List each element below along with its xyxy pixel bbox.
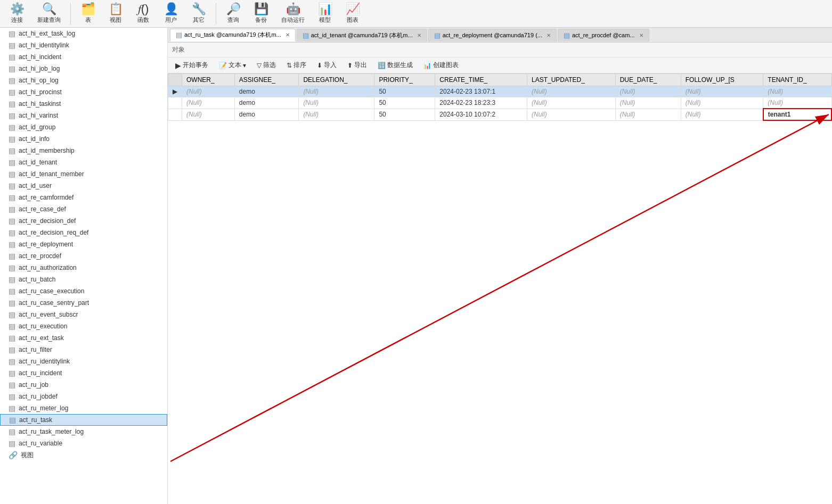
table-row[interactable]: (Null)demo(Null)502024-02-23 18:23:3(Nul…: [168, 97, 832, 109]
sidebar-item-act_ru_task_meter_log[interactable]: ▤act_ru_task_meter_log: [0, 426, 167, 437]
col-header-DELEGATION: DELEGATION_: [299, 74, 374, 86]
sidebar-item-act_id_user[interactable]: ▤act_id_user: [0, 180, 167, 192]
function-icon: 𝑓(): [138, 3, 149, 15]
content-area: ▤act_ru_task @camunda719 (本机m...✕▤act_id…: [168, 28, 832, 504]
table-icon: ▤: [9, 252, 15, 260]
table-icon: ▤: [9, 263, 15, 272]
export-button[interactable]: ⬆ 导出: [343, 60, 371, 71]
tab-table-icon: ▤: [176, 31, 182, 39]
sidebar-item-act_ru_authorization[interactable]: ▤act_ru_authorization: [0, 262, 167, 274]
view-button[interactable]: 📋 视图: [103, 1, 128, 26]
create-chart-icon: 📊: [423, 62, 431, 69]
sidebar-item-act_hi_ext_task_log[interactable]: ▤act_hi_ext_task_log: [0, 28, 167, 39]
sidebar-item-act_ru_event_subscr[interactable]: ▤act_ru_event_subscr: [0, 309, 167, 320]
start-event-label: 开始事务: [183, 61, 208, 70]
sidebar-item-act_ru_ext_task[interactable]: ▤act_ru_ext_task: [0, 332, 167, 344]
model-button[interactable]: 📊 模型: [312, 1, 338, 26]
table-icon: ▤: [9, 357, 15, 366]
sidebar-item-act_ru_execution[interactable]: ▤act_ru_execution: [0, 320, 167, 332]
sidebar-item-act_re_camformdef[interactable]: ▤act_re_camformdef: [0, 192, 167, 203]
sidebar-item-act_id_tenant_member[interactable]: ▤act_id_tenant_member: [0, 168, 167, 180]
sidebar-item-act_ru_variable[interactable]: ▤act_ru_variable: [0, 437, 167, 449]
sidebar-item-act_ru_incident[interactable]: ▤act_ru_incident: [0, 367, 167, 379]
table-icon: ▤: [9, 53, 15, 61]
table-button[interactable]: 🗂️ 表: [75, 1, 101, 26]
tab-tab3[interactable]: ▤act_re_deployment @camunda719 (...✕: [428, 29, 557, 42]
table-icon: ▤: [9, 100, 15, 108]
generate-data-icon: 🔢: [378, 62, 386, 69]
new-query-button[interactable]: 🔍 新建查询: [32, 1, 66, 26]
text-button[interactable]: 📝 文本 ▾: [215, 60, 250, 71]
tab-close-icon[interactable]: ✕: [639, 32, 643, 38]
sidebar-item-act_ru_case_sentry_part[interactable]: ▤act_ru_case_sentry_part: [0, 297, 167, 309]
sidebar-item-act_hi_job_log[interactable]: ▤act_hi_job_log: [0, 63, 167, 75]
auto-run-label: 自动运行: [281, 16, 305, 24]
col-header-PRIORITY: PRIORITY_: [374, 74, 435, 86]
sidebar-item-act_re_decision_req_def[interactable]: ▤act_re_decision_req_def: [0, 227, 167, 238]
filter-button[interactable]: ▽ 筛选: [252, 60, 280, 71]
view-label: 视图: [110, 16, 121, 24]
import-button[interactable]: ⬇ 导入: [313, 60, 341, 71]
sidebar-footer-view[interactable]: 🔗视图: [0, 449, 167, 461]
cell-owner: (Null): [182, 109, 235, 120]
table-icon: ▤: [9, 111, 15, 120]
sidebar-item-act_ru_meter_log[interactable]: ▤act_ru_meter_log: [0, 402, 167, 414]
sidebar-item-act_hi_op_log[interactable]: ▤act_hi_op_log: [0, 75, 167, 86]
col-header-ASSIGNEE: ASSIGNEE_: [234, 74, 299, 86]
cell-assignee: demo: [234, 109, 299, 120]
table-icon: ▤: [9, 88, 15, 96]
auto-run-button[interactable]: 🤖 自动运行: [276, 1, 310, 26]
sidebar-item-act_id_group[interactable]: ▤act_id_group: [0, 121, 167, 133]
sidebar-item-act_ru_job[interactable]: ▤act_ru_job: [0, 379, 167, 391]
other-icon: 🔧: [192, 3, 206, 15]
sidebar-item-act_ru_identitylink[interactable]: ▤act_ru_identitylink: [0, 356, 167, 367]
sidebar-item-act_id_membership[interactable]: ▤act_id_membership: [0, 145, 167, 156]
sidebar-item-act_ru_task[interactable]: ▤act_ru_task: [0, 414, 167, 426]
tab-close-icon[interactable]: ✕: [286, 32, 290, 38]
generate-data-button[interactable]: 🔢 数据生成: [373, 60, 417, 71]
connect-button[interactable]: ⚙️ 连接: [4, 1, 30, 26]
sidebar-item-act_ru_batch[interactable]: ▤act_ru_batch: [0, 274, 167, 285]
table-icon: ▤: [9, 287, 15, 295]
create-chart-button[interactable]: 📊 创建图表: [419, 60, 463, 71]
cell-create_time: 2024-03-10 10:07:2: [435, 109, 527, 120]
import-icon: ⬇: [317, 62, 322, 69]
sidebar-item-act_ru_case_execution[interactable]: ▤act_ru_case_execution: [0, 285, 167, 297]
tab-tab1[interactable]: ▤act_ru_task @camunda719 (本机m...✕: [170, 29, 296, 42]
tab-tab2[interactable]: ▤act_id_tenant @camunda719 (本机m...✕: [297, 29, 427, 42]
tab-close-icon[interactable]: ✕: [417, 32, 421, 38]
start-event-button[interactable]: ▶ 开始事务: [171, 60, 213, 71]
sidebar-item-act_ru_filter[interactable]: ▤act_ru_filter: [0, 344, 167, 356]
table-icon: ▤: [9, 369, 15, 377]
table-icon: ▤: [9, 322, 15, 331]
table-row[interactable]: (Null)demo(Null)502024-03-10 10:07:2(Nul…: [168, 109, 832, 120]
table-row[interactable]: ▶(Null)demo(Null)502024-02-23 13:07:1(Nu…: [168, 86, 832, 97]
sidebar-item-act_hi_procinst[interactable]: ▤act_hi_procinst: [0, 86, 167, 98]
sidebar-item-act_re_deployment[interactable]: ▤act_re_deployment: [0, 238, 167, 250]
sidebar-item-act_hi_varinst[interactable]: ▤act_hi_varinst: [0, 110, 167, 121]
sidebar-item-act_re_procdef[interactable]: ▤act_re_procdef: [0, 250, 167, 262]
sidebar-item-act_id_info[interactable]: ▤act_id_info: [0, 133, 167, 145]
sidebar-item-act_hi_identitylink[interactable]: ▤act_hi_identitylink: [0, 39, 167, 51]
sidebar-item-act_re_case_def[interactable]: ▤act_re_case_def: [0, 203, 167, 215]
tab-table-icon: ▤: [303, 31, 309, 39]
backup-button[interactable]: 💾 备份: [248, 1, 274, 26]
cell-owner: (Null): [182, 97, 235, 109]
sidebar-item-act_hi_taskinst[interactable]: ▤act_hi_taskinst: [0, 98, 167, 110]
tab-label: act_re_deployment @camunda719 (...: [443, 32, 542, 38]
table-icon: ▤: [9, 123, 15, 131]
sidebar-item-act_hi_incident[interactable]: ▤act_hi_incident: [0, 51, 167, 63]
sidebar-item-act_re_decision_def[interactable]: ▤act_re_decision_def: [0, 215, 167, 227]
sidebar-item-act_id_tenant[interactable]: ▤act_id_tenant: [0, 156, 167, 168]
chart-button[interactable]: 📈 图表: [340, 1, 365, 26]
function-button[interactable]: 𝑓() 函数: [130, 1, 156, 26]
tab-tab4[interactable]: ▤act_re_procdef @cam...✕: [558, 29, 649, 42]
sidebar-item-act_ru_jobdef[interactable]: ▤act_ru_jobdef: [0, 391, 167, 402]
user-button[interactable]: 👤 用户: [158, 1, 184, 26]
cell-delegation: (Null): [299, 109, 374, 120]
tab-close-icon[interactable]: ✕: [546, 32, 551, 38]
sort-button[interactable]: ⇅ 排序: [282, 60, 311, 71]
other-button[interactable]: 🔧 其它: [186, 1, 211, 26]
query-button[interactable]: 🔎 查询: [221, 1, 246, 26]
table-icon: ▤: [9, 205, 15, 213]
